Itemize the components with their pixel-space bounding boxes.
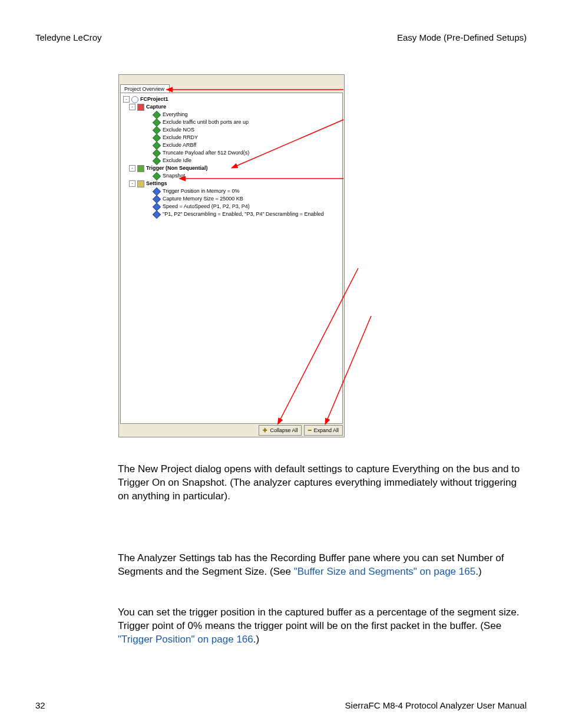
diamond-icon xyxy=(153,172,161,180)
manual-title: SierraFC M8-4 Protocol Analyzer User Man… xyxy=(345,700,527,710)
tree-trigger[interactable]: - Trigger (Non Sequential) xyxy=(123,164,342,172)
tree-capture[interactable]: - Capture xyxy=(123,103,342,111)
collapse-all-button[interactable]: ✚ Collapse All xyxy=(259,425,302,436)
diamond-icon xyxy=(153,202,161,210)
diamond-icon xyxy=(153,110,161,118)
tree-item-label: "P1, P2" Descrambling = Enabled, "P3, P4… xyxy=(163,210,323,218)
page-number: 32 xyxy=(35,700,45,710)
tree-item-label: Truncate Payload after 512 Dword(s) xyxy=(163,149,249,157)
target-icon xyxy=(131,96,138,103)
expander-icon[interactable]: - xyxy=(123,96,130,103)
tree-item[interactable]: Trigger Position in Memory = 0% xyxy=(123,187,342,195)
diamond-icon xyxy=(153,118,161,126)
tree-item-label: Exclude ARBff xyxy=(163,141,196,149)
paragraph-3-text: You can set the trigger position in the … xyxy=(118,607,519,631)
tree-item-label: Everything xyxy=(163,111,188,118)
tree-item[interactable]: Exclude RRDY xyxy=(123,134,342,141)
tree-item[interactable]: Exclude Idle xyxy=(123,157,342,164)
tree-area: - FCProject1 - Capture Everything Exclud… xyxy=(120,93,343,424)
tree-item-label: Exclude traffic until both ports are up xyxy=(163,118,249,126)
tree-settings[interactable]: - Settings xyxy=(123,180,342,187)
tree-item[interactable]: Everything xyxy=(123,111,342,118)
tree-item[interactable]: "P1, P2" Descrambling = Enabled, "P3, P4… xyxy=(123,210,342,218)
tree-capture-label: Capture xyxy=(146,103,166,111)
diamond-icon xyxy=(153,187,161,195)
expander-icon[interactable]: - xyxy=(129,180,135,187)
paragraph-1: The New Project dialog opens with defaul… xyxy=(118,463,527,503)
diamond-icon xyxy=(153,141,161,149)
plus-icon: ✚ xyxy=(263,427,267,433)
tree-trigger-label: Trigger (Non Sequential) xyxy=(146,164,208,172)
collapse-all-label: Collapse All xyxy=(270,427,297,433)
header-left: Teledyne LeCroy xyxy=(35,32,102,42)
paragraph-3: You can set the trigger position in the … xyxy=(118,606,527,647)
diamond-icon xyxy=(153,133,161,141)
tree-item-label: Exclude Idle xyxy=(163,157,191,164)
diamond-icon xyxy=(153,210,161,218)
header-right: Easy Mode (Pre-Defined Setups) xyxy=(397,32,527,42)
capture-icon xyxy=(137,104,144,111)
tree-item[interactable]: Exclude NOS xyxy=(123,126,342,134)
tree-item[interactable]: Exclude ARBff xyxy=(123,141,342,149)
diamond-icon xyxy=(153,149,161,157)
paragraph-2-end: .) xyxy=(475,566,481,577)
panel-titlebar xyxy=(119,75,344,83)
tree-root-label: FCProject1 xyxy=(140,95,168,103)
tree-item-label: Exclude NOS xyxy=(163,126,194,134)
tree-settings-label: Settings xyxy=(146,180,167,187)
tree-item[interactable]: Capture Memory Size = 25000 KB xyxy=(123,195,342,203)
tree-item[interactable]: Speed = AutoSpeed (P1, P2, P3, P4) xyxy=(123,203,342,210)
trigger-icon xyxy=(137,165,144,172)
tree-item-label: Speed = AutoSpeed (P1, P2, P3, P4) xyxy=(163,203,250,210)
expand-all-button[interactable]: ━ Expand All xyxy=(304,425,343,436)
tree-item-label: Snapshot xyxy=(163,172,185,180)
expander-icon[interactable]: - xyxy=(129,104,135,110)
tree-item[interactable]: Snapshot xyxy=(123,172,342,180)
diamond-icon xyxy=(153,195,161,203)
tree-root[interactable]: - FCProject1 xyxy=(123,95,342,103)
buffer-size-link[interactable]: "Buffer Size and Segments" on page 165 xyxy=(294,566,476,577)
tree-item-label: Exclude RRDY xyxy=(163,134,198,141)
project-overview-panel: Project Overview - FCProject1 - Capture … xyxy=(118,74,345,437)
project-overview-tab[interactable]: Project Overview xyxy=(120,84,170,93)
paragraph-3-end: .) xyxy=(253,634,259,645)
expander-icon[interactable]: - xyxy=(129,165,135,172)
diamond-icon xyxy=(153,126,161,134)
paragraph-2: The Analyzer Settings tab has the Record… xyxy=(118,552,527,579)
tree-item[interactable]: Exclude traffic until both ports are up xyxy=(123,118,342,126)
expand-all-label: Expand All xyxy=(313,427,339,433)
diamond-icon xyxy=(153,156,161,164)
tree-item-label: Trigger Position in Memory = 0% xyxy=(163,187,239,195)
minus-icon: ━ xyxy=(308,427,311,433)
trigger-position-link[interactable]: "Trigger Position" on page 166 xyxy=(118,634,253,645)
tree-item-label: Capture Memory Size = 25000 KB xyxy=(163,195,243,203)
settings-icon xyxy=(137,180,144,187)
tree-item[interactable]: Truncate Payload after 512 Dword(s) xyxy=(123,149,342,157)
